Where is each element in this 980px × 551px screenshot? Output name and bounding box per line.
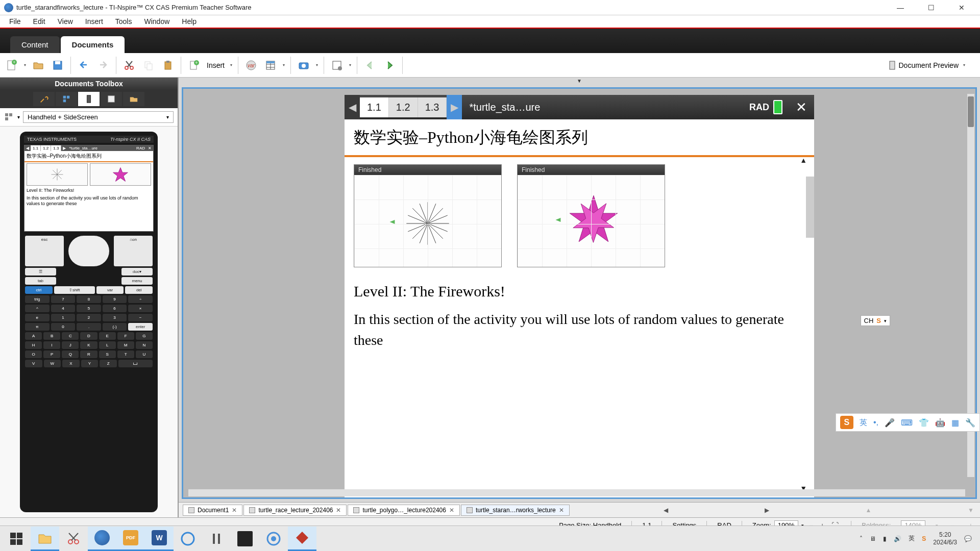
menu-file[interactable]: File: [4, 16, 26, 27]
hh-key-menu[interactable]: menu: [121, 277, 153, 285]
page-tab-1-3[interactable]: 1.3: [418, 97, 447, 117]
view-mode-dropdown[interactable]: Handheld + SideScreen ▾: [23, 111, 174, 123]
ime-punct-icon[interactable]: •,: [873, 418, 878, 427]
minimize-button[interactable]: —: [890, 4, 911, 12]
taskbar-mathematica-icon[interactable]: [288, 527, 316, 551]
doc-tab-nav-next[interactable]: ▶: [763, 507, 771, 514]
tray-clock[interactable]: 5:20 2024/6/3: [933, 531, 957, 546]
menu-insert[interactable]: Insert: [80, 16, 108, 27]
insert-label[interactable]: Insert: [207, 61, 225, 69]
tray-chevron-icon[interactable]: ˄: [860, 535, 863, 542]
screenshot-icon[interactable]: [295, 57, 312, 74]
hh-key-home[interactable]: ⌂on: [114, 236, 153, 266]
start-button[interactable]: [2, 527, 31, 551]
menu-tools[interactable]: Tools: [110, 16, 137, 27]
preview-label[interactable]: Document Preview: [899, 61, 959, 69]
maximize-button[interactable]: ☐: [921, 4, 941, 12]
save-icon[interactable]: [49, 57, 66, 74]
content-scroll-up-icon[interactable]: ▲: [800, 156, 807, 164]
menu-edit[interactable]: Edit: [28, 16, 51, 27]
doc-tab-close-0[interactable]: ✕: [232, 507, 237, 514]
collapse-toolbar-icon[interactable]: ▼: [179, 78, 980, 84]
doc-tab-close-3[interactable]: ✕: [559, 507, 564, 514]
copy-icon[interactable]: [140, 57, 157, 74]
hh-dpad[interactable]: [68, 236, 109, 266]
ime-skin-icon[interactable]: 👕: [919, 418, 929, 428]
page-close-icon[interactable]: ✕: [789, 99, 814, 115]
close-button[interactable]: ✕: [951, 4, 972, 12]
doc-tab-nav-down[interactable]: ▼: [966, 507, 976, 514]
table-dropdown[interactable]: ▾: [281, 63, 286, 67]
hh-key-doc[interactable]: doc▾: [121, 268, 153, 276]
tray-notifications-icon[interactable]: 💬: [964, 535, 972, 542]
doc-tab-close-1[interactable]: ✕: [336, 507, 341, 514]
table-icon[interactable]: [262, 57, 279, 74]
nav-forward-icon[interactable]: [381, 57, 398, 74]
toolbox-tab-utilities[interactable]: [101, 92, 122, 106]
doc-tab-nav-prev[interactable]: ◀: [662, 507, 670, 514]
variable-icon[interactable]: var: [242, 57, 260, 74]
ime-robot-icon[interactable]: 🤖: [935, 418, 945, 428]
doc-tab-0[interactable]: Document1✕: [183, 505, 242, 516]
cut-icon[interactable]: [120, 57, 138, 74]
hh-key-scratch[interactable]: ☰: [25, 268, 56, 276]
toolbox-tab-tools[interactable]: [33, 92, 55, 106]
taskbar-pdf-icon[interactable]: PDF: [116, 527, 145, 551]
hh-key-esc[interactable]: esc: [25, 236, 64, 266]
tab-content[interactable]: Content: [10, 36, 60, 53]
hh-key-var[interactable]: var: [96, 286, 124, 294]
nav-back-icon[interactable]: [361, 57, 379, 74]
tray-sogou-icon[interactable]: S: [922, 535, 926, 542]
taskbar-terminal-icon[interactable]: [231, 527, 259, 551]
ime-mic-icon[interactable]: 🎤: [885, 418, 895, 428]
ime-ch-indicator[interactable]: CH S ▾: [861, 315, 890, 326]
doc-tab-2[interactable]: turtle_polygo…_lecture202406✕: [348, 505, 459, 516]
insert-page-icon[interactable]: +: [185, 57, 203, 74]
content-scrollbar[interactable]: [806, 177, 814, 238]
tray-monitor-icon[interactable]: 🖥: [870, 535, 876, 542]
menu-view[interactable]: View: [53, 16, 78, 27]
redo-icon[interactable]: [94, 57, 112, 74]
hh-key-del[interactable]: del: [125, 286, 153, 294]
layout-dropdown[interactable]: ▾: [348, 63, 353, 67]
hh-key-shift[interactable]: ⇧shift: [54, 286, 95, 294]
new-doc-icon[interactable]: +: [3, 57, 20, 74]
open-icon[interactable]: [30, 57, 47, 74]
menu-window[interactable]: Window: [139, 16, 175, 27]
screenshot-dropdown[interactable]: ▾: [314, 63, 320, 67]
doc-tab-close-2[interactable]: ✕: [449, 507, 454, 514]
toolbox-tab-handheld[interactable]: [78, 92, 100, 106]
tray-ime-icon[interactable]: 英: [909, 534, 915, 543]
menu-help[interactable]: Help: [177, 16, 202, 27]
page-nav-prev-icon[interactable]: ◀: [345, 95, 360, 119]
layout-icon[interactable]: [328, 57, 346, 74]
new-doc-dropdown[interactable]: ▾: [22, 63, 28, 67]
viewport-scrollbar-h[interactable]: [188, 489, 965, 496]
preview-dropdown[interactable]: ▾: [962, 63, 967, 67]
taskbar-sogou-icon[interactable]: [259, 527, 288, 551]
tab-documents[interactable]: Documents: [61, 36, 125, 53]
paste-icon[interactable]: [159, 57, 177, 74]
undo-icon[interactable]: [75, 57, 92, 74]
tray-battery-icon[interactable]: ▮: [883, 535, 887, 542]
doc-tab-1[interactable]: turtle_race_lecture_202406✕: [243, 505, 347, 516]
taskbar-word-icon[interactable]: W: [145, 527, 174, 551]
taskbar-edge-icon[interactable]: [174, 527, 202, 551]
page-tab-1-1[interactable]: 1.1: [360, 97, 389, 117]
hh-key-tab[interactable]: tab: [25, 277, 56, 285]
page-tab-1-2[interactable]: 1.2: [389, 97, 418, 117]
ime-toolbar[interactable]: S 英 •, 🎤 ⌨ 👕 🤖 ▦ 🔧: [836, 413, 980, 432]
tray-volume-icon[interactable]: 🔊: [894, 535, 901, 542]
ime-tool-icon[interactable]: 🔧: [965, 418, 975, 428]
toolbox-tab-content[interactable]: [123, 92, 144, 106]
toolbox-tab-sorter[interactable]: [56, 92, 77, 106]
doc-tab-nav-up[interactable]: ▲: [864, 507, 874, 514]
hh-key-ctrl[interactable]: ctrl: [25, 286, 53, 294]
taskbar-nspire-icon[interactable]: [88, 527, 116, 551]
taskbar-tools-icon[interactable]: [202, 527, 231, 551]
view-grid-icon[interactable]: [4, 112, 14, 122]
doc-tab-3[interactable]: turtle_staran…rworks_lecture✕: [461, 505, 570, 516]
taskbar-snip-icon[interactable]: [59, 527, 88, 551]
page-nav-next-icon[interactable]: ▶: [447, 95, 462, 119]
ime-grid-icon[interactable]: ▦: [951, 418, 959, 428]
